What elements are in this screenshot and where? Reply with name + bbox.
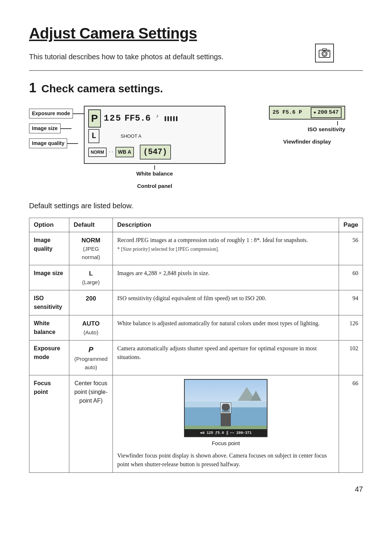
lcd-quality: NORM bbox=[88, 148, 107, 157]
connector-line-3 bbox=[67, 143, 78, 144]
lcd-shoot-a: SHOOT A bbox=[121, 133, 142, 140]
viewfinder-area: 25 F5.6 P ● 200 547 ISO sensitivity View… bbox=[269, 106, 345, 146]
aperture-val: F5.6 bbox=[130, 113, 151, 123]
iso-sensitivity-label: ISO sensitivity bbox=[308, 125, 345, 134]
svg-rect-4 bbox=[327, 51, 329, 52]
section-number: 1 bbox=[29, 78, 36, 98]
mountain-small bbox=[250, 391, 261, 401]
option-exposure: Exposure mode bbox=[29, 340, 69, 375]
svg-point-2 bbox=[323, 52, 326, 55]
desc-text: White balance is adjusted automatically … bbox=[117, 320, 320, 326]
viewfinder-caption: Viewfinder display bbox=[283, 138, 331, 146]
desc-wb: White balance is adjusted automatically … bbox=[113, 315, 339, 340]
default-wb: AUTO (Auto) bbox=[69, 315, 113, 340]
default-image-quality: NORM (JPEG normal) bbox=[69, 232, 113, 265]
option-text: Focus point bbox=[34, 380, 51, 395]
lcd-size: L bbox=[88, 129, 99, 143]
lcd-shutter: 125 bbox=[104, 112, 122, 125]
camera-icon-box bbox=[315, 44, 334, 63]
diagram-labels: Exposure mode Image size Image quality bbox=[29, 106, 84, 148]
table-header-row: Option Default Description Page bbox=[29, 218, 363, 232]
option-image-size: Image size bbox=[29, 265, 69, 290]
page-iso: 94 bbox=[339, 290, 363, 315]
focus-image: ⛵ ●⊠ 125 ƒ5.6 ‖ bbox=[184, 379, 268, 437]
default-bold: AUTO bbox=[74, 319, 108, 329]
desc-text: ISO sensitivity (digital equivalent of f… bbox=[117, 295, 266, 301]
page-wb: 126 bbox=[339, 315, 363, 340]
camera-icon bbox=[319, 48, 330, 58]
table-row: White balance AUTO (Auto) White balance … bbox=[29, 315, 363, 340]
person-body bbox=[221, 412, 231, 426]
option-wb: White balance bbox=[29, 315, 69, 340]
vf-iso-box: ● 200 547 bbox=[311, 107, 342, 118]
option-iso: ISO sensitivity bbox=[29, 290, 69, 315]
option-text: Image size bbox=[34, 270, 63, 276]
desc-image-quality: Record JPEG images at a compression rati… bbox=[113, 232, 339, 265]
th-option: Option bbox=[29, 218, 69, 232]
desc-focus: ⛵ ●⊠ 125 ƒ5.6 ‖ bbox=[113, 375, 339, 473]
section-header: 1 Check camera settings. bbox=[29, 78, 363, 98]
connector-line-2 bbox=[61, 128, 72, 129]
table-row: ISO sensitivity 200 ISO sensitivity (dig… bbox=[29, 290, 363, 315]
page-number: 47 bbox=[29, 484, 363, 495]
lcd-bars: ▐▐▐▐▐ bbox=[163, 116, 177, 122]
option-image-quality: Image quality bbox=[29, 232, 69, 265]
table-row: Image quality NORM (JPEG normal) Record … bbox=[29, 232, 363, 265]
lcd-screen: P 125 FF5.6 ♪ ▐▐▐▐▐ L SHOOT A bbox=[84, 106, 225, 164]
table-row: Image size L (Large) Images are 4,288 × … bbox=[29, 265, 363, 290]
default-bold: L bbox=[74, 269, 108, 278]
page-image-quality: 56 bbox=[339, 232, 363, 265]
focus-bracket bbox=[221, 403, 231, 413]
th-page: Page bbox=[339, 218, 363, 232]
status-left: ●⊠ 125 ƒ5.6 ‖ bbox=[200, 430, 228, 436]
option-text: ISO sensitivity bbox=[34, 295, 62, 310]
option-text: Image quality bbox=[34, 237, 53, 252]
focus-desc-text: Viewfinder focus point display is shown … bbox=[117, 452, 327, 467]
default-iso: 200 bbox=[69, 290, 113, 315]
image-size-label: Image size bbox=[29, 124, 61, 133]
wb-label-area: White balance bbox=[136, 165, 173, 179]
page-focus: 66 bbox=[339, 375, 363, 473]
focus-caption: Focus point bbox=[212, 439, 240, 448]
focus-illustration: ⛵ ●⊠ 125 ƒ5.6 ‖ bbox=[117, 379, 334, 448]
th-description: Description bbox=[113, 218, 339, 232]
default-focus: Center focus point (single-point AF) bbox=[69, 375, 113, 473]
subtitle: This tutorial describes how to take phot… bbox=[29, 51, 363, 62]
default-image-size: L (Large) bbox=[69, 265, 113, 290]
default-bold: NORM bbox=[74, 236, 108, 245]
focus-statusbar: ●⊠ 125 ƒ5.6 ‖ ▪▪ 200⌐371 bbox=[185, 429, 267, 436]
default-focus-text: Center focus point (single-point AF) bbox=[74, 380, 108, 404]
control-panel-caption: Control panel bbox=[137, 182, 172, 190]
exposure-mode-label: Exposure mode bbox=[29, 109, 73, 118]
connector-line-1 bbox=[73, 113, 84, 114]
default-settings-text: Default settings are listed below. bbox=[29, 200, 363, 211]
default-sub: (Large) bbox=[74, 278, 108, 287]
vf-iso-val: 200 bbox=[318, 109, 327, 117]
vf-dot: ● bbox=[314, 109, 316, 116]
lcd-dots: · · bbox=[109, 148, 113, 157]
default-sub: (Programmed auto) bbox=[74, 355, 108, 371]
svg-point-1 bbox=[322, 51, 327, 56]
control-panel: P 125 FF5.6 ♪ ▐▐▐▐▐ L SHOOT A bbox=[84, 106, 225, 190]
page-exposure: 102 bbox=[339, 340, 363, 375]
lcd-aperture: FF5.6 ♪ bbox=[124, 112, 159, 125]
desc-note: * [Size priority] selected for [JPEG com… bbox=[117, 246, 219, 252]
viewfinder: 25 F5.6 P ● 200 547 ISO sensitivity View… bbox=[269, 106, 345, 146]
option-focus: Focus point bbox=[29, 375, 69, 473]
desc-text: Camera automatically adjusts shutter spe… bbox=[117, 345, 317, 360]
desc-iso: ISO sensitivity (digital equivalent of f… bbox=[113, 290, 339, 315]
diagram-area: Exposure mode Image size Image quality bbox=[29, 106, 363, 190]
white-balance-label: White balance bbox=[136, 170, 173, 178]
page-image-size: 60 bbox=[339, 265, 363, 290]
lcd-shots: (547) bbox=[140, 145, 171, 160]
desc-exposure: Camera automatically adjusts shutter spe… bbox=[113, 340, 339, 375]
lcd-mode: P bbox=[88, 109, 101, 128]
default-bold: 200 bbox=[74, 294, 108, 303]
section-divider bbox=[29, 70, 363, 71]
default-bold-italic: P bbox=[74, 344, 108, 355]
vf-shots: 547 bbox=[329, 109, 339, 117]
option-text: Exposure mode bbox=[34, 345, 60, 360]
status-right: ▪▪ 200⌐371 bbox=[230, 430, 252, 436]
shots-val: 547 bbox=[148, 148, 163, 157]
table-row: Focus point Center focus point (single-p… bbox=[29, 375, 363, 473]
